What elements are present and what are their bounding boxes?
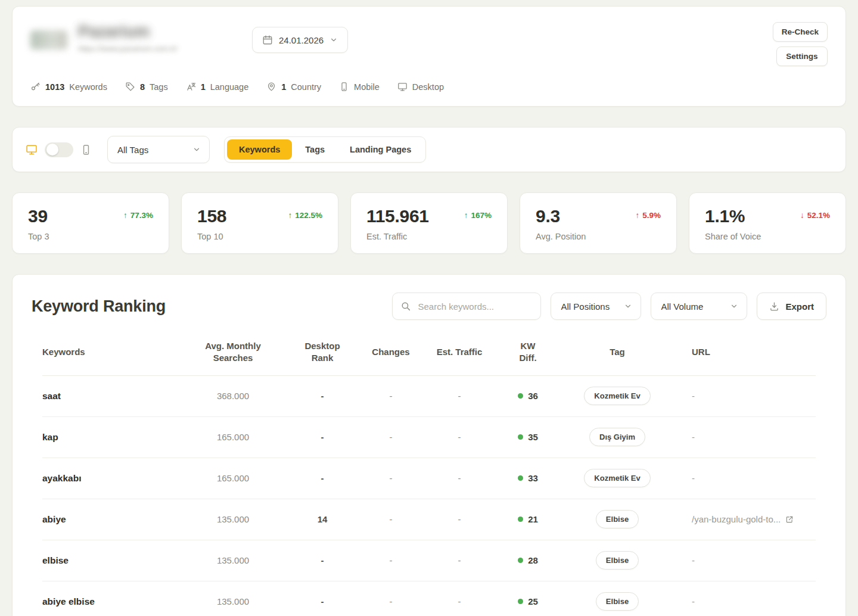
kw-diff-cell: 33 <box>501 473 555 483</box>
meta-language: 1Language <box>186 82 249 92</box>
kw-diff-cell: 25 <box>501 596 555 606</box>
stat-label: Top 10 <box>197 232 226 241</box>
tag-badge: Dış Giyim <box>589 428 645 446</box>
difficulty-dot <box>518 558 523 563</box>
url-link[interactable]: /yan-buzgulu-gold-to... <box>692 514 794 524</box>
rank-cell: - <box>281 473 364 483</box>
device-toggle[interactable] <box>45 142 73 157</box>
column-header-tag: Tag <box>555 346 680 358</box>
trend-up-icon: ↑ <box>123 211 128 220</box>
searches-cell: 165.000 <box>185 432 281 442</box>
keyword-cell: elbise <box>42 555 185 566</box>
language-icon <box>186 82 196 92</box>
chevron-down-icon <box>192 145 201 154</box>
traffic-cell: - <box>418 432 501 442</box>
mobile-toggle-icon[interactable] <box>80 144 92 155</box>
stat-value: 115.961 <box>366 206 429 226</box>
tag-cell: Kozmetik Ev <box>555 469 680 487</box>
stat-change-badge: ↑167% <box>464 211 492 220</box>
search-input[interactable] <box>392 293 541 320</box>
export-button[interactable]: Export <box>757 293 826 320</box>
url-cell: - <box>680 432 816 442</box>
keyword-search <box>392 293 541 320</box>
changes-cell: - <box>364 391 418 401</box>
recheck-button[interactable]: Re-Check <box>773 22 828 42</box>
external-link-icon <box>785 515 794 524</box>
tag-cell: Kozmetik Ev <box>555 387 680 405</box>
stat-value: 39 <box>28 206 49 226</box>
positions-dropdown-value: All Positions <box>561 301 610 312</box>
traffic-cell: - <box>418 555 501 565</box>
meta-keywords: 1013Keywords <box>30 82 107 92</box>
column-header-keywords: Keywords <box>42 346 185 358</box>
page: Pazarium https://www.pazarium.com.tr/ 24… <box>0 0 858 616</box>
tab-tags[interactable]: Tags <box>293 139 337 160</box>
searches-cell: 135.000 <box>185 514 281 524</box>
toggle-knob <box>46 144 58 155</box>
site-url: https://www.pazarium.com.tr/ <box>78 44 178 53</box>
tag-cell: Elbise <box>555 510 680 528</box>
stat-card-top3: 39 Top 3 ↑77.3% <box>12 192 169 254</box>
meta-desktop: Desktop <box>397 82 444 92</box>
desktop-icon <box>397 82 408 92</box>
changes-cell: - <box>364 432 418 442</box>
tag-badge: Elbise <box>596 551 639 570</box>
location-pin-icon <box>266 82 276 92</box>
tag-badge: Elbise <box>596 592 639 611</box>
url-cell: /yan-buzgulu-gold-to... <box>680 514 816 524</box>
kw-diff-cell: 21 <box>501 514 555 524</box>
changes-cell: - <box>364 514 418 524</box>
tab-landing-pages[interactable]: Landing Pages <box>338 139 423 160</box>
url-cell: - <box>680 391 816 401</box>
stat-card-avg-position: 9.3 Avg. Position ↑5.9% <box>520 192 677 254</box>
stat-label: Avg. Position <box>536 232 586 241</box>
stat-label: Est. Traffic <box>366 232 429 241</box>
stat-card-top10: 158 Top 10 ↑122.5% <box>181 192 338 254</box>
tag-badge: Kozmetik Ev <box>584 387 650 405</box>
url-cell: - <box>680 555 816 565</box>
settings-button[interactable]: Settings <box>776 46 828 66</box>
changes-cell: - <box>364 596 418 606</box>
keyword-cell: kap <box>42 432 185 443</box>
tab-keywords[interactable]: Keywords <box>227 139 292 160</box>
device-switch-group <box>26 142 92 157</box>
tag-cell: Elbise <box>555 592 680 611</box>
table-row: ayakkabı 165.000 - - - 33 Kozmetik Ev - <box>42 458 816 499</box>
view-tabs: Keywords Tags Landing Pages <box>224 136 426 163</box>
column-header-url: URL <box>680 346 816 358</box>
tag-icon <box>125 82 135 92</box>
date-picker[interactable]: 24.01.2026 <box>252 27 348 53</box>
stat-change-badge: ↓52.1% <box>800 211 830 220</box>
keyword-table: Keywords Avg. Monthly Searches Desktop R… <box>32 328 826 616</box>
difficulty-dot <box>518 475 523 481</box>
search-icon <box>400 301 411 312</box>
difficulty-dot <box>518 517 523 522</box>
stat-value: 158 <box>197 206 226 226</box>
column-header-changes: Changes <box>364 346 418 358</box>
filter-bar: All Tags Keywords Tags Landing Pages <box>12 127 846 172</box>
tag-cell: Dış Giyim <box>555 428 680 446</box>
traffic-cell: - <box>418 473 501 483</box>
difficulty-dot <box>518 599 523 604</box>
tags-dropdown[interactable]: All Tags <box>107 136 210 163</box>
keyword-cell: saat <box>42 391 185 402</box>
stat-value: 9.3 <box>536 206 586 226</box>
changes-cell: - <box>364 555 418 565</box>
chevron-down-icon <box>624 302 632 310</box>
table-row: abiye 135.000 14 - - 21 Elbise /yan-buzg… <box>42 499 816 540</box>
volume-dropdown[interactable]: All Volume <box>651 293 747 320</box>
table-row: elbise 135.000 - - - 28 Elbise - <box>42 540 816 581</box>
positions-dropdown[interactable]: All Positions <box>551 293 641 320</box>
trend-up-icon: ↑ <box>288 211 292 220</box>
chevron-down-icon <box>329 36 338 44</box>
rank-cell: - <box>281 432 364 442</box>
keyword-ranking-card: Keyword Ranking All Positions All Volume <box>12 274 846 616</box>
rank-cell: 14 <box>281 514 364 524</box>
tag-cell: Elbise <box>555 551 680 570</box>
rank-cell: - <box>281 555 364 565</box>
tags-dropdown-value: All Tags <box>117 145 148 155</box>
desktop-toggle-icon[interactable] <box>26 144 38 155</box>
difficulty-dot <box>518 393 523 399</box>
table-row: saat 368.000 - - - 36 Kozmetik Ev - <box>42 376 816 417</box>
stat-label: Top 3 <box>28 232 49 241</box>
